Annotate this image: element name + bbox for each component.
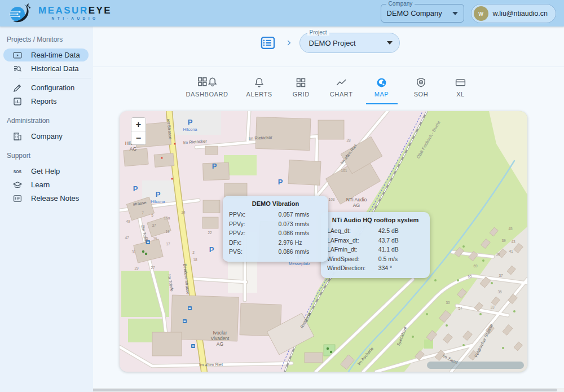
- tab-label: MAP: [374, 91, 389, 98]
- reports-icon: [12, 96, 23, 107]
- sidebar-item-get-help[interactable]: SOSGet Help: [3, 165, 89, 178]
- sidebar-item-label: Get Help: [31, 167, 60, 175]
- tab-label: ALERTS: [246, 91, 272, 98]
- project-select-value: DEMO Project: [309, 39, 379, 47]
- zoom-in-button[interactable]: +: [131, 118, 146, 131]
- parking-label-hilcona: Hilcona: [151, 199, 165, 204]
- project-select[interactable]: Project DEMO Project: [299, 33, 400, 53]
- view-tabs: DASHBOARDALERTSGRIDCHARTMAPSOHXL: [93, 72, 564, 104]
- parking-label-messeplatz: Messeplatz: [289, 261, 310, 266]
- tooltip-title: NTi Audio HQ rooftop system: [327, 217, 424, 223]
- learn-icon: [12, 180, 23, 190]
- parking-icon: P: [278, 178, 283, 186]
- tab-label: SOH: [414, 91, 429, 98]
- house-number: 27: [151, 266, 155, 270]
- caret-down-icon: [387, 41, 393, 45]
- tab-xl[interactable]: XL: [445, 72, 477, 104]
- chart-icon: [336, 76, 347, 89]
- sidebar-item-label: Learn: [31, 180, 50, 189]
- tab-soh[interactable]: SOH: [406, 72, 437, 104]
- house-number: 31: [131, 250, 136, 254]
- tooltip-row: WindSpeed:0.5 m/s: [327, 254, 424, 264]
- parking-label-hilcona: Hilcona: [183, 127, 197, 132]
- brand-logo[interactable]: MEASUREYE NTI-AUDIO: [8, 2, 112, 25]
- sidebar-item-release-notes[interactable]: Release Notes: [3, 192, 89, 205]
- tooltip-row: LAFmax_dt:43.7 dB: [327, 236, 424, 245]
- user-email: w.liu@ntiaudio.cn: [493, 10, 548, 17]
- tooltip-metric-value: 41.1 dB: [378, 245, 424, 254]
- house-number: 45: [144, 236, 148, 240]
- content-divider: [93, 67, 564, 67]
- historical-icon: [12, 64, 23, 74]
- brand-name-secondary: EYE: [89, 5, 112, 16]
- tab-alerts[interactable]: ALERTS: [241, 72, 277, 104]
- tooltip-metric-value: 0.5 m/s: [378, 254, 424, 264]
- map-attribution-bar: [427, 362, 524, 369]
- tooltip-row: PPVz:0.086 mm/s: [229, 228, 322, 238]
- zoom-out-button[interactable]: −: [131, 131, 146, 144]
- project-bar: Project DEMO Project: [93, 33, 564, 53]
- sidebar-item-reports[interactable]: Reports: [3, 95, 89, 108]
- sidebar-item-configuration[interactable]: Configuration: [3, 81, 89, 94]
- map-tooltip-nti-audio-hq-rooftop-system: NTi Audio HQ rooftop systemLAeq_dt:42.5 …: [321, 212, 430, 278]
- house-number: 103: [329, 197, 335, 201]
- project-list-button[interactable]: [258, 34, 278, 51]
- project-select-label: Project: [307, 29, 329, 36]
- tooltip-row: LAeq_dt:42.5 dB: [327, 226, 424, 236]
- svg-text:SOS: SOS: [14, 169, 22, 173]
- horizontal-scrollbar-thumb[interactable]: [90, 389, 557, 391]
- tooltip-metric-value: 0.073 mm/s: [278, 219, 322, 229]
- company-select-label: Company: [386, 1, 415, 7]
- house-number: 65: [468, 274, 472, 278]
- company-select[interactable]: Company DEMO Company: [381, 4, 464, 23]
- tab-map[interactable]: MAP: [366, 72, 398, 104]
- map-icon: [376, 76, 387, 89]
- sidebar-section-projects-monitors: Projects / Monitors: [7, 36, 93, 43]
- tooltip-metric-label: PPVx:: [229, 210, 278, 219]
- tooltip-row: PVS:0.086 mm/s: [229, 247, 322, 257]
- street-label-im-alten-riet: Im alten Riet: [199, 362, 223, 368]
- tab-grid[interactable]: GRID: [285, 72, 317, 104]
- sidebar-nav: Projects / MonitorsReal-time DataHistori…: [0, 27, 93, 392]
- house-number: 33: [490, 305, 495, 309]
- house-number: 57: [458, 306, 462, 310]
- tooltip-metric-label: WindSpeed:: [327, 254, 378, 264]
- sidebar-item-company[interactable]: Company: [3, 130, 89, 143]
- house-number: 49: [126, 219, 130, 223]
- house-number: 17: [166, 242, 170, 246]
- house-number: 39: [501, 239, 506, 243]
- sidebar-item-label: Historical Data: [31, 64, 79, 73]
- tooltip-metric-label: PPVy:: [229, 219, 278, 229]
- sidebar-section-administration: Administration: [7, 117, 93, 125]
- sidebar-item-label: Release Notes: [31, 194, 79, 202]
- house-number: 28: [346, 138, 351, 142]
- user-account-chip[interactable]: w w.liu@ntiaudio.cn: [471, 4, 556, 23]
- tab-label: CHART: [330, 91, 353, 98]
- tab-dashboard[interactable]: DASHBOARD: [181, 72, 233, 104]
- place-label-vivadent: Vivadent: [211, 336, 230, 341]
- tooltip-row: PPVx:0.057 mm/s: [229, 210, 322, 219]
- horizontal-scrollbar[interactable]: [86, 388, 564, 392]
- house-number: 35: [497, 290, 502, 294]
- tooltip-metric-value: 2.976 Hz: [278, 238, 322, 248]
- sidebar-item-historical-data[interactable]: Historical Data: [3, 62, 89, 75]
- sidebar-item-real-time-data[interactable]: Real-time Data: [3, 49, 89, 61]
- sidebar-item-learn[interactable]: Learn: [3, 178, 89, 191]
- place-label-ivoclar: Ivoclar: [213, 330, 227, 336]
- sos-icon: SOS: [12, 166, 23, 177]
- house-number: 43: [511, 240, 515, 244]
- tab-chart[interactable]: CHART: [325, 72, 358, 104]
- tab-label: DASHBOARD: [186, 91, 228, 98]
- tooltip-row: LAFmin_dt:41.1 dB: [327, 245, 424, 254]
- app-header: MEASUREYE NTI-AUDIO Company DEMO Company…: [0, 0, 564, 27]
- tooltip-metric-label: LAFmax_dt:: [327, 236, 378, 245]
- tooltip-metric-label: DFx:: [229, 238, 278, 248]
- house-number: 35: [153, 237, 157, 241]
- brand-text: MEASUREYE NTI-AUDIO: [38, 6, 112, 20]
- house-number: 37: [499, 274, 503, 278]
- parking-icon: P: [156, 190, 161, 199]
- grid-icon: [295, 76, 307, 89]
- config-icon: [12, 83, 23, 93]
- place-label-ag: AG: [217, 341, 223, 347]
- tooltip-metric-label: PPVz:: [229, 228, 278, 238]
